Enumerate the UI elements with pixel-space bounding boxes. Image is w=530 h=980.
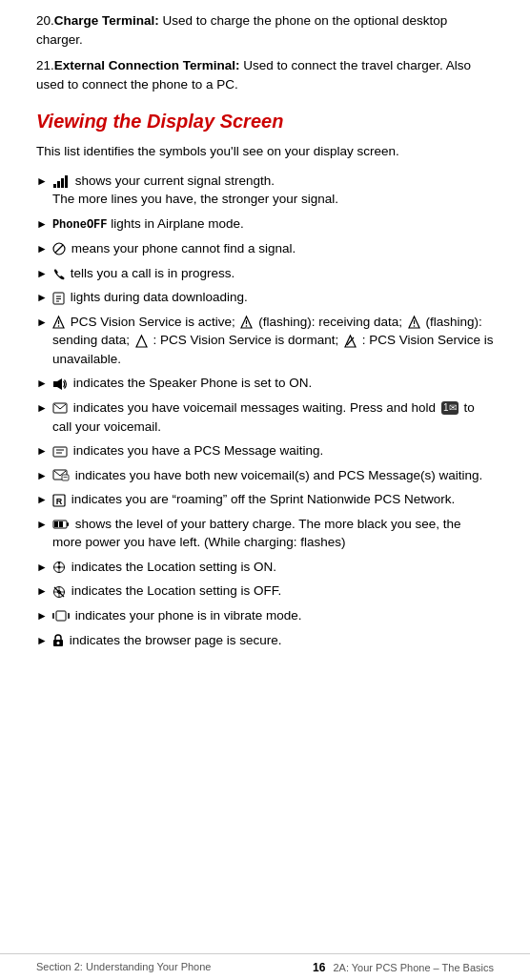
battery-icon xyxy=(52,519,70,530)
bullet-arrow-icon: ► xyxy=(36,216,48,233)
list-item: ► indicates your phone is in vibrate mod… xyxy=(36,606,494,625)
bullet-text: R indicates you are “roaming” off the Sp… xyxy=(52,490,494,509)
svg-rect-3 xyxy=(65,175,68,188)
bullet-arrow-icon: ► xyxy=(36,492,48,508)
list-item: ► indicates you have voicemail messages … xyxy=(36,398,494,436)
bullet-text: indicates your phone is in vibrate mode. xyxy=(52,606,494,625)
svg-rect-46 xyxy=(56,611,66,621)
item-20-label: Charge Terminal: xyxy=(54,13,159,28)
list-item: ► indicates the browser page is secure. xyxy=(36,631,494,650)
pcs-dormant-icon xyxy=(135,335,148,348)
roaming-icon: R xyxy=(52,494,66,507)
bullet-text: PhoneOFF lights in Airplane mode. xyxy=(52,214,494,234)
svg-rect-0 xyxy=(53,184,56,188)
intro-text: This list identifies the symbols you'll … xyxy=(36,142,494,161)
bullet-text: means your phone cannot find a signal. xyxy=(52,239,494,258)
bullet-text: indicates the Speaker Phone is set to ON… xyxy=(52,374,494,393)
bullet-arrow-icon: ► xyxy=(36,290,48,306)
bullet-text: indicates you have both new voicemail(s)… xyxy=(52,466,494,485)
bullet-arrow-icon: ► xyxy=(36,400,48,417)
bullet-text: indicates the Location setting is OFF. xyxy=(52,582,494,601)
list-item: ► tells you a call is in progress. xyxy=(36,264,494,283)
bullet-text: shows the level of your battery charge. … xyxy=(52,515,494,552)
bullet-text: tells you a call is in progress. xyxy=(52,264,494,283)
svg-text:R: R xyxy=(56,497,63,506)
svg-rect-35 xyxy=(59,521,63,527)
vibrate-icon xyxy=(52,609,70,623)
bullet-arrow-icon: ► xyxy=(36,468,48,484)
footer-left: Section 2: Understanding Your Phone xyxy=(36,960,211,974)
pcs-unavailable-icon xyxy=(344,335,357,348)
call-icon xyxy=(52,268,65,280)
section-heading: Viewing the Display Screen xyxy=(36,111,494,133)
bullet-arrow-icon: ► xyxy=(36,517,48,533)
list-item: ► lights during data downloading. xyxy=(36,288,494,307)
bullet-text: PCS Vision Service is active; (flashing)… xyxy=(52,313,494,369)
svg-rect-34 xyxy=(54,521,58,527)
location-on-icon xyxy=(52,561,66,574)
item-21-label: External Connection Terminal: xyxy=(54,58,240,72)
item-20-number: 20. xyxy=(36,13,54,28)
list-item: ► indicates the Location setting is OFF. xyxy=(36,582,494,601)
item-21-number: 21. xyxy=(36,58,54,72)
bullet-arrow-icon: ► xyxy=(36,315,48,331)
pcs-receiving-icon xyxy=(240,316,253,329)
phoneoff-icon: PhoneOFF xyxy=(52,218,108,232)
both-messages-icon xyxy=(52,469,70,482)
footer-right: 16 2A: Your PCS Phone – The Basics xyxy=(313,961,494,974)
bullet-arrow-icon: ► xyxy=(36,583,48,600)
svg-marker-22 xyxy=(57,378,62,390)
footer-page-title: 2A: Your PCS Phone – The Basics xyxy=(333,962,494,973)
svg-point-52 xyxy=(56,642,59,644)
svg-point-11 xyxy=(58,325,60,327)
bullet-text: shows your current signal strength.The m… xyxy=(52,172,494,209)
list-item: ► indicates you have both new voicemail(… xyxy=(36,466,494,485)
item-20: 20.Charge Terminal: Used to charge the p… xyxy=(36,11,494,49)
list-item: ► indicates the Location setting is ON. xyxy=(36,558,494,577)
bullet-list: ► shows your current signal strength.The… xyxy=(36,172,494,650)
svg-rect-1 xyxy=(57,181,60,188)
svg-rect-21 xyxy=(53,381,57,387)
no-signal-icon xyxy=(52,242,66,255)
page-footer: Section 2: Understanding Your Phone 16 2… xyxy=(0,953,530,980)
list-item: ► indicates you have a PCS Message waiti… xyxy=(36,441,494,460)
signal-icon xyxy=(52,174,70,188)
svg-point-17 xyxy=(414,325,416,327)
list-item: ► means your phone cannot find a signal. xyxy=(36,239,494,258)
svg-rect-28 xyxy=(62,475,69,480)
list-item: ► PCS Vision Service is active; (flashin… xyxy=(36,313,494,369)
bullet-arrow-icon: ► xyxy=(36,633,48,649)
secure-icon xyxy=(52,634,64,647)
data-icon xyxy=(52,292,65,305)
svg-rect-24 xyxy=(53,447,67,457)
bullet-text: indicates the Location setting is ON. xyxy=(52,558,494,577)
location-off-icon xyxy=(52,585,66,599)
list-item: ► indicates the Speaker Phone is set to … xyxy=(36,374,494,393)
list-item: ► shows your current signal strength.The… xyxy=(36,172,494,209)
list-item: ► PhoneOFF lights in Airplane mode. xyxy=(36,214,494,234)
bullet-arrow-icon: ► xyxy=(36,241,48,257)
bullet-text: indicates you have voicemail messages wa… xyxy=(52,398,494,436)
footer-page-number: 16 xyxy=(313,961,325,974)
footer-section-label: Section 2: Understanding Your Phone xyxy=(36,960,211,974)
pcs-active-icon xyxy=(52,316,65,329)
message-icon xyxy=(52,445,68,459)
voicemail-icon xyxy=(52,402,68,414)
pcs-sending-icon xyxy=(408,316,420,329)
bullet-arrow-icon: ► xyxy=(36,174,48,190)
list-item: ► shows the level of your battery charge… xyxy=(36,515,494,552)
speaker-icon xyxy=(52,378,68,391)
svg-rect-33 xyxy=(67,522,69,526)
svg-line-4 xyxy=(55,245,63,253)
voicemail-badge: 1✉ xyxy=(441,401,459,415)
bullet-arrow-icon: ► xyxy=(36,376,48,392)
svg-point-14 xyxy=(246,325,248,327)
bullet-arrow-icon: ► xyxy=(36,608,48,624)
bullet-text: indicates you have a PCS Message waiting… xyxy=(52,441,494,460)
bullet-arrow-icon: ► xyxy=(36,266,48,282)
bullet-text: lights during data downloading. xyxy=(52,288,494,307)
bullet-text: indicates the browser page is secure. xyxy=(52,631,494,650)
bullet-arrow-icon: ► xyxy=(36,443,48,459)
list-item: ► R indicates you are “roaming” off the … xyxy=(36,490,494,509)
item-21: 21.External Connection Terminal: Used to… xyxy=(36,56,494,93)
